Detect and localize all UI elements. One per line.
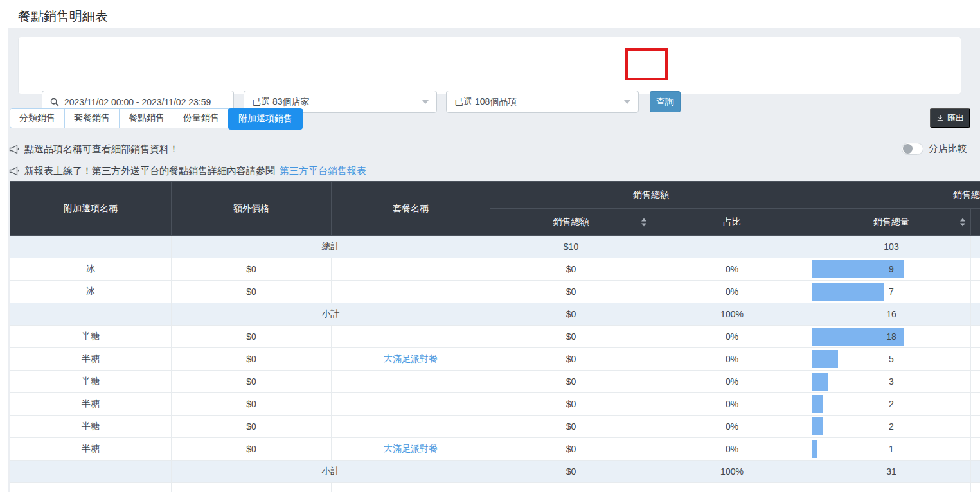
amount-cell: $0: [490, 326, 652, 348]
combo-name-cell[interactable]: 大滿足派對餐: [332, 348, 490, 371]
tab-2[interactable]: 套餐銷售: [65, 109, 120, 128]
qty-cell: 3: [812, 371, 971, 393]
third-party-report-link[interactable]: 第三方平台銷售報表: [280, 165, 366, 177]
addon-name-cell[interactable]: 半糖: [10, 416, 172, 438]
clipped-row-cell: [812, 483, 971, 492]
table-row: 半糖$0$00%18: [10, 326, 980, 348]
clipped-cell: [971, 281, 980, 303]
qty-cell: 1: [812, 438, 971, 461]
group-header-sales-amount: 銷售總額: [490, 182, 812, 209]
notice-text: 點選品項名稱可查看細部銷售資料！: [24, 143, 179, 155]
tabs: 分類銷售套餐銷售餐點銷售份量銷售附加選項銷售: [10, 108, 303, 128]
annotation-highlight-box: [625, 48, 668, 80]
addon-name-cell[interactable]: 冰: [10, 258, 172, 281]
megaphone-icon: [9, 166, 20, 176]
clipped-row-cell: [172, 483, 332, 492]
clipped-cell: [971, 371, 980, 393]
qty-value: 3: [889, 376, 894, 387]
extra-price-cell: $0: [172, 416, 332, 438]
total-label: 總計: [172, 236, 490, 258]
notice-click-hint: 點選品項名稱可查看細部銷售資料！: [9, 143, 179, 155]
ratio-cell: 100%: [652, 303, 812, 326]
summary-row: 小計$0100%31: [10, 461, 980, 483]
ratio-cell: 0%: [652, 438, 812, 461]
addon-name-cell[interactable]: 半糖: [10, 348, 172, 371]
combo-name-cell: [332, 258, 490, 281]
addon-name-cell[interactable]: 半糖: [10, 438, 172, 461]
addon-name-cell[interactable]: 冰: [10, 281, 172, 303]
amount-cell: $0: [490, 371, 652, 393]
addon-name-cell[interactable]: 半糖: [10, 393, 172, 416]
combo-name-cell[interactable]: 大滿足派對餐: [332, 438, 490, 461]
sales-table: 附加選項名稱 額外價格 套餐名稱 銷售總額 銷售總量 銷售總額 占比 銷售總量 …: [10, 181, 980, 492]
group-header-sales-qty: 銷售總量: [812, 182, 980, 209]
download-icon: [936, 114, 944, 122]
extra-price-cell: $0: [172, 371, 332, 393]
clipped-cell: [971, 258, 980, 281]
qty-value: 7: [889, 286, 894, 297]
qty-value: 2: [889, 421, 894, 432]
amount-cell: $0: [490, 348, 652, 371]
search-icon: [50, 98, 59, 107]
amount-cell: $0: [490, 393, 652, 416]
table-row: 冰$0$00%9: [10, 258, 980, 281]
qty-cell: 5: [812, 348, 971, 371]
subcol-header-sales-qty[interactable]: 銷售總量: [812, 209, 971, 236]
table-row: 半糖$0$00%2: [10, 416, 980, 438]
date-range-value: 2023/11/02 00:00 - 2023/11/02 23:59: [64, 97, 211, 107]
col-header-addon-name: 附加選項名稱: [10, 182, 172, 236]
ratio-cell: 0%: [652, 371, 812, 393]
clipped-cell: [971, 326, 980, 348]
subcol-header-clipped: [971, 209, 980, 236]
qty-cell: 7: [812, 281, 971, 303]
col-header-combo-name: 套餐名稱: [332, 182, 490, 236]
qty-value: 1: [889, 444, 894, 454]
tab-5[interactable]: 附加選項銷售: [228, 108, 303, 130]
combo-name-cell: [332, 416, 490, 438]
table-row: 冰$0$00%7: [10, 281, 980, 303]
amount-cell: $0: [490, 281, 652, 303]
ratio-cell: 0%: [652, 416, 812, 438]
subcol-header-sales-amount[interactable]: 銷售總額: [490, 209, 652, 236]
col-header-extra-price: 額外價格: [172, 182, 332, 236]
item-select[interactable]: 已選 108個品項: [446, 91, 639, 113]
amount-cell: $0: [490, 461, 652, 483]
qty-cell: 31: [812, 461, 971, 483]
sort-icon[interactable]: [960, 218, 965, 226]
clipped-row-cell: [10, 483, 172, 492]
qty-cell: 9: [812, 258, 971, 281]
query-button[interactable]: 查詢: [650, 91, 681, 112]
extra-price-cell: $0: [172, 281, 332, 303]
clipped-cell: [971, 236, 980, 258]
addon-name-cell[interactable]: 半糖: [10, 371, 172, 393]
branch-compare-toggle[interactable]: [902, 143, 923, 155]
amount-cell: $0: [490, 438, 652, 461]
toggle-knob: [903, 144, 913, 154]
subcol-header-ratio: 占比: [652, 209, 812, 236]
extra-price-cell: $0: [172, 348, 332, 371]
qty-value: 9: [889, 264, 894, 274]
clipped-row-cell: [971, 483, 980, 492]
megaphone-icon: [9, 145, 20, 154]
sort-icon[interactable]: [641, 218, 646, 226]
summary-row: 小計$0100%16: [10, 303, 980, 326]
ratio-cell: 100%: [652, 461, 812, 483]
tab-3[interactable]: 餐點銷售: [120, 109, 174, 128]
table-row: 半糖$0$00%2: [10, 393, 980, 416]
empty-cell: [10, 236, 172, 258]
ratio-cell: [652, 236, 812, 258]
addon-name-cell[interactable]: 半糖: [10, 326, 172, 348]
qty-bar: [812, 373, 828, 391]
clipped-cell: [971, 416, 980, 438]
item-select-value: 已選 108個品項: [454, 96, 517, 108]
qty-bar: [812, 440, 817, 458]
tab-4[interactable]: 份量銷售: [174, 109, 229, 128]
chevron-down-icon: [624, 100, 630, 104]
export-button[interactable]: 匯出: [930, 108, 970, 128]
tab-1[interactable]: 分類銷售: [10, 109, 65, 128]
qty-cell: 2: [812, 393, 971, 416]
extra-price-cell: $0: [172, 326, 332, 348]
filter-card: 2023/11/02 00:00 - 2023/11/02 23:59 已選 8…: [18, 37, 961, 94]
ratio-cell: 0%: [652, 258, 812, 281]
combo-name-cell: [332, 371, 490, 393]
